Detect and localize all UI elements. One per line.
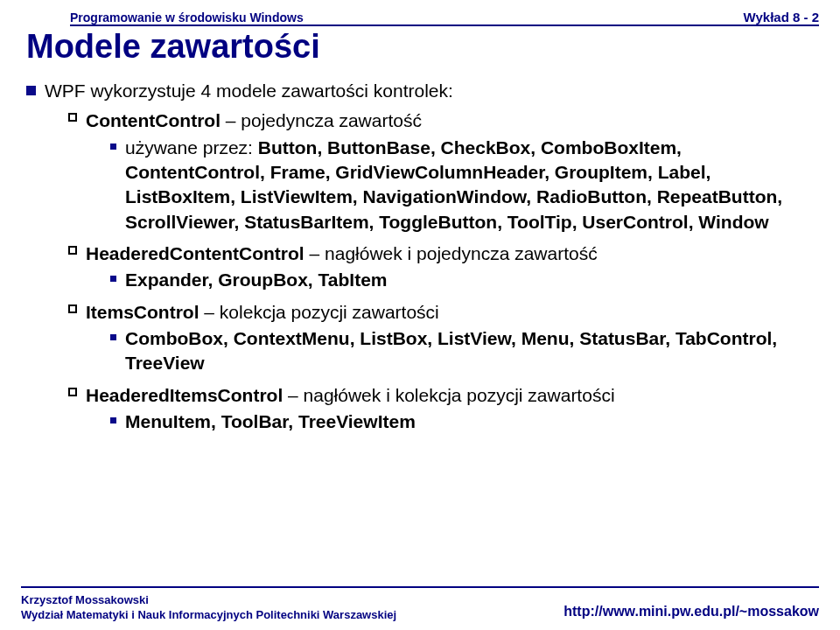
slide-header: Programowanie w środowisku Windows Wykła… <box>0 0 840 26</box>
affiliation: Wydział Matematyki i Nauk Informacyjnych… <box>21 607 396 623</box>
footer-left: Krzysztof Mossakowski Wydział Matematyki… <box>21 592 396 623</box>
model4-classes: MenuItem, ToolBar, TreeViewItem <box>125 410 814 434</box>
bullet-l1: WPF wykorzystuje 4 modele zawartości kon… <box>26 79 814 103</box>
bullet-l2-headeredcontent: HeaderedContentControl – nagłówek i poje… <box>26 242 814 266</box>
open-square-bullet-icon <box>68 113 77 122</box>
model2-desc: – nagłówek i pojedyncza zawartość <box>304 243 598 263</box>
model1-line: ContentControl – pojedyncza zawartość <box>86 108 814 133</box>
lecture-number: Wykład 8 - 2 <box>744 10 819 24</box>
bullet-l2-itemscontrol: ItemsControl – kolekcja pozycji zawartoś… <box>26 300 814 325</box>
small-square-bullet-icon <box>110 417 116 424</box>
open-square-bullet-icon <box>68 388 77 396</box>
model3-desc: – kolekcja pozycji zawartości <box>200 302 439 322</box>
bullet-l3-itemscontrol-list: ComboBox, ContextMenu, ListBox, ListView… <box>26 326 814 376</box>
model1-name: ContentControl <box>86 110 220 130</box>
author-name: Krzysztof Mossakowski <box>21 592 396 608</box>
bullet-l3-contentcontrol-list: używane przez: Button, ButtonBase, Check… <box>26 136 814 234</box>
model1-desc: – pojedyncza zawartość <box>220 110 422 130</box>
model2-classes: Expander, GroupBox, TabItem <box>125 268 814 292</box>
model2-sub-list: Expander, GroupBox, TabItem <box>125 270 388 290</box>
slide: Programowanie w środowisku Windows Wykła… <box>0 0 840 630</box>
slide-title: Modele zawartości <box>26 28 320 66</box>
square-bullet-icon <box>26 86 36 95</box>
header-divider <box>70 24 819 26</box>
model4-line: HeaderedItemsControl – nagłówek i kolekc… <box>86 383 814 408</box>
model1-classes: używane przez: Button, ButtonBase, Check… <box>125 136 814 234</box>
bullet-l2-headereditems: HeaderedItemsControl – nagłówek i kolekc… <box>26 383 814 408</box>
footer-url: http://www.mini.pw.edu.pl/~mossakow <box>564 604 819 620</box>
model4-sub-list: MenuItem, ToolBar, TreeViewItem <box>125 411 416 431</box>
intro-text: WPF wykorzystuje 4 modele zawartości kon… <box>45 79 814 103</box>
open-square-bullet-icon <box>68 246 77 255</box>
bullet-l2-contentcontrol: ContentControl – pojedyncza zawartość <box>26 108 814 133</box>
slide-content: WPF wykorzystuje 4 modele zawartości kon… <box>26 79 814 434</box>
bullet-l3-headeredcontent-list: Expander, GroupBox, TabItem <box>26 268 814 292</box>
model4-desc: – nagłówek i kolekcja pozycji zawartości <box>283 385 614 405</box>
model3-name: ItemsControl <box>86 302 200 322</box>
model4-name: HeaderedItemsControl <box>86 385 283 405</box>
model2-name: HeaderedContentControl <box>86 243 304 263</box>
bullet-l3-headereditems-list: MenuItem, ToolBar, TreeViewItem <box>26 410 814 434</box>
model1-sub-intro: używane przez: <box>125 137 258 158</box>
model3-line: ItemsControl – kolekcja pozycji zawartoś… <box>86 300 814 325</box>
model2-line: HeaderedContentControl – nagłówek i poje… <box>86 242 814 266</box>
small-square-bullet-icon <box>110 144 116 150</box>
course-title: Programowanie w środowisku Windows <box>70 10 304 24</box>
small-square-bullet-icon <box>110 276 116 282</box>
model3-sub-list: ComboBox, ContextMenu, ListBox, ListView… <box>125 328 777 373</box>
model3-classes: ComboBox, ContextMenu, ListBox, ListView… <box>125 326 814 376</box>
open-square-bullet-icon <box>68 304 77 313</box>
footer-divider <box>21 586 819 588</box>
small-square-bullet-icon <box>110 334 116 340</box>
